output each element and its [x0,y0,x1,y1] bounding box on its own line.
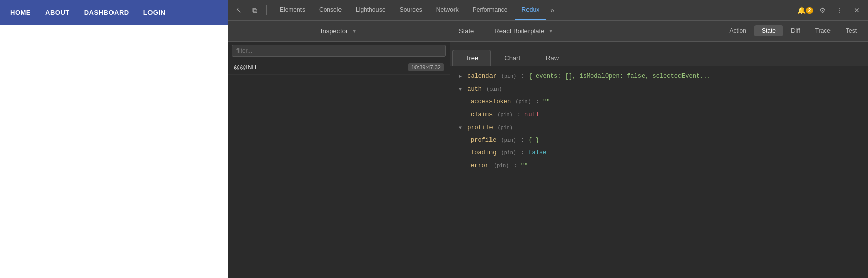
nav-about[interactable]: ABOUT [45,9,70,16]
tab-action[interactable]: Action [723,25,753,36]
view-tab-chart[interactable]: Chart [492,50,533,66]
notifications-button[interactable]: 🔔 2 [798,3,812,17]
cursor-icon[interactable]: ↖ [232,3,246,17]
settings-button[interactable]: ⚙ [815,3,829,17]
tree-arrow-icon: ▶ [459,74,462,80]
tab-trace[interactable]: Trace [808,25,838,36]
tab-console[interactable]: Console [312,0,349,20]
tree-key: calendar [467,73,497,80]
tab-diff[interactable]: Diff [784,25,807,36]
devtools-panel: ↖ ⧉ Elements Console Lighthouse Sources … [228,0,868,278]
tab-elements[interactable]: Elements [273,0,312,20]
tree-key: profile [471,137,496,144]
tree-key: loading [471,149,496,156]
item-name: @@INIT [234,64,257,71]
tree-key: auth [467,86,482,93]
pin-label: (pin) [486,87,502,92]
filter-input[interactable] [232,45,446,57]
view-tab-raw[interactable]: Raw [534,50,571,66]
inspector-header: Inspector ▼ [228,21,450,42]
nav-dashboard[interactable]: DASHBOARD [84,9,129,16]
tree-row[interactable]: ▼ profile (pin) [450,122,868,134]
tree-value: "" [543,98,550,105]
tree-row[interactable]: accessToken (pin) : "" [450,96,868,108]
tree-key: claims [471,111,493,118]
chevron-down-icon: ▼ [352,28,357,34]
tab-test[interactable]: Test [839,25,864,36]
tree-arrow-icon: ▼ [459,125,462,131]
bell-icon: 🔔 [797,6,806,14]
tree-key: profile [467,124,493,131]
tab-network[interactable]: Network [429,0,466,20]
tree-row[interactable]: error (pin) : "" [450,160,868,172]
more-icon: ⋮ [836,6,843,14]
tree-value: { } [528,137,539,144]
close-icon: ✕ [854,6,860,14]
view-tab-tree[interactable]: Tree [452,50,491,66]
devtools-tabs-list: Elements Console Lighthouse Sources Netw… [273,0,546,20]
close-button[interactable]: ✕ [850,3,864,17]
tab-performance[interactable]: Performance [466,0,515,20]
list-item[interactable]: @@INIT 10:39:47.32 [228,60,450,75]
state-panel-header: State React Boilerplate ▼ Action State D… [450,21,868,42]
pin-label: (pin) [498,125,513,131]
pin-label: (pin) [497,112,512,118]
pin-label: (pin) [515,99,531,105]
devtools-body: Inspector ▼ @@INIT 10:39:47.32 State [228,21,868,278]
tab-redux[interactable]: Redux [515,0,547,20]
pin-label: (pin) [501,150,516,156]
devtools-actions: 🔔 2 ⚙ ⋮ ✕ [798,3,868,17]
app-content [0,25,228,278]
tab-lighthouse[interactable]: Lighthouse [349,0,393,20]
responsive-icon[interactable]: ⧉ [248,3,262,17]
state-panel: State React Boilerplate ▼ Action State D… [450,21,868,278]
pin-label: (pin) [501,138,516,143]
tree-row[interactable]: ▶ calendar (pin) : { events: [], isModal… [450,70,868,83]
tree-value: false [528,149,546,156]
tree-value: "" [521,162,528,169]
tree-row[interactable]: ▼ auth (pin) [450,83,868,96]
inspector-title: Inspector [321,27,348,35]
tab-sources[interactable]: Sources [393,0,429,20]
tree-row[interactable]: claims (pin) : null [450,109,868,122]
inspector-filter-container [228,42,450,60]
state-panel-title: State [459,27,484,35]
view-tabs: Tree Chart Raw [450,42,868,66]
inspector-items-list: @@INIT 10:39:47.32 [228,60,450,278]
tree-row[interactable]: profile (pin) : { } [450,134,868,147]
more-button[interactable]: ⋮ [833,3,847,17]
app-nav: HOME ABOUT DASHBOARD LOGIN [0,0,228,25]
state-tree-content: ▶ calendar (pin) : { events: [], isModal… [450,66,868,278]
tree-key: accessToken [471,98,511,105]
settings-icon: ⚙ [819,6,826,14]
nav-home[interactable]: HOME [10,9,31,16]
boilerplate-chevron-icon: ▼ [548,28,553,34]
tab-separator [266,5,267,15]
inspector-panel: Inspector ▼ @@INIT 10:39:47.32 [228,21,450,278]
tab-state[interactable]: State [754,25,783,36]
tree-value: null [524,111,539,118]
devtools-tab-bar: ↖ ⧉ Elements Console Lighthouse Sources … [228,0,868,21]
react-boilerplate-title: React Boilerplate [494,27,544,35]
state-tab-buttons: Action State Diff Trace Test [723,25,868,36]
pin-label: (pin) [501,74,516,80]
tabs-overflow[interactable]: » [546,6,558,14]
notification-badge: 2 [806,7,814,14]
item-time: 10:39:47.32 [408,63,444,71]
tree-value: { events: [], isModalOpen: false, select… [529,73,711,80]
tree-key: error [471,162,489,169]
nav-login[interactable]: LOGIN [143,9,166,16]
tree-arrow-icon: ▼ [459,87,462,92]
pin-label: (pin) [494,163,509,169]
tree-row[interactable]: loading (pin) : false [450,147,868,160]
